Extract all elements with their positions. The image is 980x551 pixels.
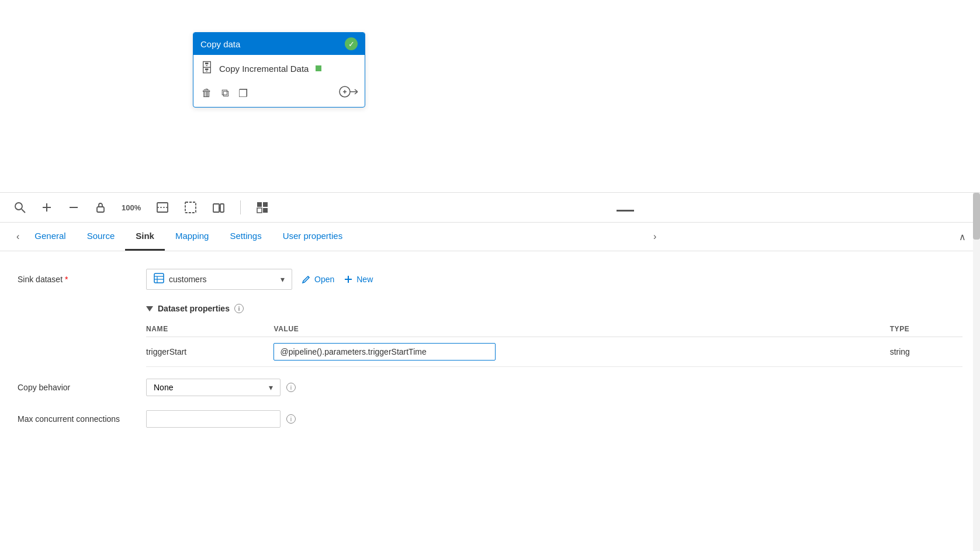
svg-line-5 [22, 209, 25, 213]
tab-sink[interactable]: Sink [125, 223, 165, 251]
copy-behavior-chevron: ▾ [269, 383, 273, 392]
tab-general[interactable]: General [24, 223, 76, 251]
tab-settings[interactable]: Settings [219, 223, 272, 251]
svg-rect-16 [257, 202, 262, 207]
svg-point-4 [15, 203, 22, 210]
tab-back-button[interactable]: ‹ [12, 224, 24, 249]
open-link[interactable]: Open [302, 275, 334, 284]
toolbar-center [282, 204, 968, 212]
section-title: Dataset properties [158, 304, 230, 313]
svg-rect-18 [257, 208, 262, 213]
copy-behavior-info-icon[interactable]: i [286, 383, 296, 392]
plus-icon [41, 202, 53, 213]
main-content: Sink dataset * customers ▾ [0, 251, 980, 550]
node-actions: 🗑 ⧉ ❐ [193, 82, 365, 107]
canvas-area: Copy data ✓ 🗄 Copy Incremental Data 🗑 ⧉ … [0, 0, 980, 193]
node-status-indicator [316, 65, 321, 71]
new-link[interactable]: New [344, 275, 373, 284]
node-header-label: Copy data [200, 39, 240, 49]
select-area-button[interactable] [182, 199, 199, 216]
node-clone-button[interactable]: ❐ [237, 86, 249, 101]
dataset-icon [154, 273, 164, 286]
toolbar: 100% [0, 193, 980, 223]
minus-icon [68, 202, 79, 213]
pipeline-node: Copy data ✓ 🗄 Copy Incremental Data 🗑 ⧉ … [193, 32, 365, 108]
zoom-label: 100% [122, 203, 141, 212]
copy-behavior-value: None [154, 383, 173, 392]
copy-behavior-row: Copy behavior None ▾ i [18, 379, 962, 396]
row-name-cell: triggerStart [146, 337, 273, 367]
row-type-cell: string [890, 337, 962, 367]
max-concurrent-info-icon[interactable]: i [286, 414, 296, 424]
drag-handle [617, 210, 634, 212]
tabs-bar: ‹ General Source Sink Mapping Settings U… [0, 223, 980, 251]
add-arrow-icon [339, 85, 358, 98]
collapse-triangle[interactable] [146, 306, 153, 311]
fit-page-button[interactable] [154, 199, 171, 216]
fit-page-icon [156, 201, 169, 214]
svg-rect-13 [213, 204, 219, 212]
info-icon[interactable]: i [234, 304, 244, 313]
layout-icon [256, 201, 269, 214]
copy-behavior-dropdown[interactable]: None ▾ [146, 379, 281, 396]
dropdown-chevron: ▾ [281, 275, 285, 284]
row-value-cell [273, 337, 889, 367]
tab-mapping[interactable]: Mapping [165, 223, 220, 251]
copy-data-icon: 🗄 [200, 61, 213, 76]
col-type-header: TYPE [890, 321, 962, 337]
section-header: Dataset properties i [146, 304, 962, 313]
toolbar-divider [240, 200, 241, 214]
table-row: triggerStart string [146, 337, 962, 367]
zoom-in-button[interactable] [39, 199, 55, 216]
node-check-icon: ✓ [345, 37, 358, 50]
add-icon [344, 275, 353, 284]
sink-dataset-value: customers [169, 275, 207, 284]
trigger-start-input[interactable] [273, 343, 496, 361]
required-star: * [65, 275, 68, 284]
svg-rect-12 [185, 202, 196, 213]
layout-button[interactable] [254, 199, 271, 216]
node-header: Copy data ✓ [193, 33, 365, 55]
svg-rect-17 [263, 202, 268, 207]
lock-button[interactable] [92, 199, 109, 216]
zoom-out-button[interactable] [65, 199, 82, 216]
dropdown-inner: customers [154, 273, 207, 286]
fit-window-button[interactable] [210, 199, 227, 216]
tab-collapse-button[interactable]: ∧ [957, 224, 968, 249]
sink-dataset-label: Sink dataset * [18, 275, 146, 284]
search-button[interactable] [12, 199, 28, 216]
sink-dataset-dropdown[interactable]: customers ▾ [146, 269, 292, 290]
dataset-properties-section: Dataset properties i NAME VALUE TYPE tri… [146, 304, 962, 367]
lock-icon [95, 202, 106, 213]
node-body: 🗄 Copy Incremental Data [193, 55, 365, 82]
svg-rect-19 [263, 208, 268, 213]
scrollbar-track [973, 193, 980, 551]
node-delete-button[interactable]: 🗑 [200, 86, 213, 101]
zoom-100-button[interactable]: 100% [119, 201, 143, 214]
max-concurrent-row: Max concurrent connections i [18, 410, 962, 428]
table-icon [154, 273, 164, 283]
svg-rect-14 [220, 204, 224, 212]
svg-rect-20 [154, 273, 164, 283]
tab-source[interactable]: Source [77, 223, 126, 251]
properties-table: NAME VALUE TYPE triggerStart string [146, 321, 962, 367]
col-name-header: NAME [146, 321, 273, 337]
scrollbar-thumb[interactable] [973, 193, 980, 240]
copy-behavior-label: Copy behavior [18, 383, 146, 392]
tab-user-properties[interactable]: User properties [272, 223, 354, 251]
search-icon [14, 202, 26, 213]
select-area-icon [184, 201, 197, 214]
fit-window-icon [212, 201, 225, 214]
col-value-header: VALUE [273, 321, 889, 337]
sink-dataset-row: Sink dataset * customers ▾ [18, 269, 962, 290]
node-add-button[interactable] [339, 85, 358, 101]
edit-icon [302, 275, 311, 284]
node-name: Copy Incremental Data [219, 64, 309, 74]
svg-rect-9 [97, 207, 104, 212]
max-concurrent-input[interactable] [146, 410, 281, 428]
tab-forward-button[interactable]: › [649, 224, 661, 249]
max-concurrent-label: Max concurrent connections [18, 414, 146, 424]
node-copy-button[interactable]: ⧉ [220, 86, 230, 101]
